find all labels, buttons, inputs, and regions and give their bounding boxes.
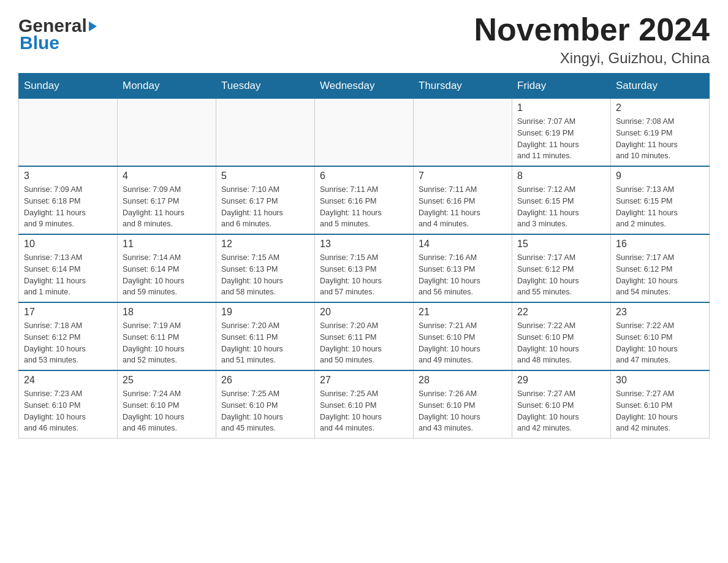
day-info: Sunrise: 7:17 AMSunset: 6:12 PMDaylight:… <box>517 252 605 298</box>
day-number: 20 <box>320 307 408 318</box>
day-info: Sunrise: 7:10 AMSunset: 6:17 PMDaylight:… <box>221 184 309 230</box>
day-number: 6 <box>320 170 408 182</box>
logo: General Blue <box>18 12 97 53</box>
table-row: 9Sunrise: 7:13 AMSunset: 6:15 PMDaylight… <box>611 166 710 234</box>
day-number: 7 <box>419 170 507 182</box>
table-row: 7Sunrise: 7:11 AMSunset: 6:16 PMDaylight… <box>414 166 512 234</box>
day-info: Sunrise: 7:24 AMSunset: 6:10 PMDaylight:… <box>123 388 211 434</box>
day-number: 14 <box>419 239 507 250</box>
table-row: 24Sunrise: 7:23 AMSunset: 6:10 PMDayligh… <box>19 370 118 439</box>
table-row <box>216 99 315 167</box>
day-number: 21 <box>419 307 507 318</box>
calendar-week-row: 10Sunrise: 7:13 AMSunset: 6:14 PMDayligh… <box>19 234 710 302</box>
calendar-table: Sunday Monday Tuesday Wednesday Thursday… <box>18 73 710 439</box>
day-info: Sunrise: 7:19 AMSunset: 6:11 PMDaylight:… <box>123 320 211 366</box>
header-thursday: Thursday <box>414 74 512 99</box>
table-row: 29Sunrise: 7:27 AMSunset: 6:10 PMDayligh… <box>512 370 611 439</box>
day-info: Sunrise: 7:11 AMSunset: 6:16 PMDaylight:… <box>320 184 408 230</box>
day-number: 11 <box>123 239 211 250</box>
day-info: Sunrise: 7:27 AMSunset: 6:10 PMDaylight:… <box>517 388 605 434</box>
day-info: Sunrise: 7:09 AMSunset: 6:17 PMDaylight:… <box>123 184 211 230</box>
table-row <box>414 99 512 167</box>
calendar-week-row: 17Sunrise: 7:18 AMSunset: 6:12 PMDayligh… <box>19 302 710 370</box>
table-row: 10Sunrise: 7:13 AMSunset: 6:14 PMDayligh… <box>19 234 118 302</box>
table-row: 16Sunrise: 7:17 AMSunset: 6:12 PMDayligh… <box>611 234 710 302</box>
day-info: Sunrise: 7:16 AMSunset: 6:13 PMDaylight:… <box>419 252 507 298</box>
table-row: 6Sunrise: 7:11 AMSunset: 6:16 PMDaylight… <box>315 166 414 234</box>
page-header: General Blue November 2024 Xingyi, Guizh… <box>18 12 710 67</box>
day-number: 27 <box>320 375 408 386</box>
table-row: 8Sunrise: 7:12 AMSunset: 6:15 PMDaylight… <box>512 166 611 234</box>
table-row: 30Sunrise: 7:27 AMSunset: 6:10 PMDayligh… <box>611 370 710 439</box>
day-number: 19 <box>221 307 309 318</box>
day-info: Sunrise: 7:11 AMSunset: 6:16 PMDaylight:… <box>419 184 507 230</box>
header-monday: Monday <box>118 74 216 99</box>
day-number: 29 <box>517 375 605 386</box>
table-row: 25Sunrise: 7:24 AMSunset: 6:10 PMDayligh… <box>118 370 216 439</box>
day-info: Sunrise: 7:18 AMSunset: 6:12 PMDaylight:… <box>24 320 112 366</box>
day-number: 12 <box>221 239 309 250</box>
day-info: Sunrise: 7:09 AMSunset: 6:18 PMDaylight:… <box>24 184 112 230</box>
day-number: 23 <box>616 307 704 318</box>
day-info: Sunrise: 7:12 AMSunset: 6:15 PMDaylight:… <box>517 184 605 230</box>
day-info: Sunrise: 7:14 AMSunset: 6:14 PMDaylight:… <box>123 252 211 298</box>
table-row: 26Sunrise: 7:25 AMSunset: 6:10 PMDayligh… <box>216 370 315 439</box>
day-number: 26 <box>221 375 309 386</box>
table-row: 22Sunrise: 7:22 AMSunset: 6:10 PMDayligh… <box>512 302 611 370</box>
table-row: 5Sunrise: 7:10 AMSunset: 6:17 PMDaylight… <box>216 166 315 234</box>
day-info: Sunrise: 7:25 AMSunset: 6:10 PMDaylight:… <box>221 388 309 434</box>
day-number: 17 <box>24 307 112 318</box>
calendar-week-row: 24Sunrise: 7:23 AMSunset: 6:10 PMDayligh… <box>19 370 710 439</box>
day-info: Sunrise: 7:27 AMSunset: 6:10 PMDaylight:… <box>616 388 704 434</box>
table-row <box>118 99 216 167</box>
day-number: 13 <box>320 239 408 250</box>
table-row <box>19 99 118 167</box>
day-number: 22 <box>517 307 605 318</box>
day-info: Sunrise: 7:22 AMSunset: 6:10 PMDaylight:… <box>517 320 605 366</box>
calendar-title: November 2024 <box>474 12 710 47</box>
table-row: 11Sunrise: 7:14 AMSunset: 6:14 PMDayligh… <box>118 234 216 302</box>
header-sunday: Sunday <box>19 74 118 99</box>
table-row: 17Sunrise: 7:18 AMSunset: 6:12 PMDayligh… <box>19 302 118 370</box>
day-info: Sunrise: 7:13 AMSunset: 6:14 PMDaylight:… <box>24 252 112 298</box>
table-row: 4Sunrise: 7:09 AMSunset: 6:17 PMDaylight… <box>118 166 216 234</box>
day-number: 25 <box>123 375 211 386</box>
day-info: Sunrise: 7:26 AMSunset: 6:10 PMDaylight:… <box>419 388 507 434</box>
day-number: 28 <box>419 375 507 386</box>
day-number: 3 <box>24 170 112 182</box>
table-row: 13Sunrise: 7:15 AMSunset: 6:13 PMDayligh… <box>315 234 414 302</box>
day-info: Sunrise: 7:15 AMSunset: 6:13 PMDaylight:… <box>320 252 408 298</box>
header-friday: Friday <box>512 74 611 99</box>
table-row: 21Sunrise: 7:21 AMSunset: 6:10 PMDayligh… <box>414 302 512 370</box>
table-row: 27Sunrise: 7:25 AMSunset: 6:10 PMDayligh… <box>315 370 414 439</box>
header-wednesday: Wednesday <box>315 74 414 99</box>
logo-triangle-icon <box>89 21 97 31</box>
day-number: 10 <box>24 239 112 250</box>
day-info: Sunrise: 7:20 AMSunset: 6:11 PMDaylight:… <box>320 320 408 366</box>
day-info: Sunrise: 7:07 AMSunset: 6:19 PMDaylight:… <box>517 116 605 162</box>
table-row: 19Sunrise: 7:20 AMSunset: 6:11 PMDayligh… <box>216 302 315 370</box>
table-row: 18Sunrise: 7:19 AMSunset: 6:11 PMDayligh… <box>118 302 216 370</box>
table-row: 14Sunrise: 7:16 AMSunset: 6:13 PMDayligh… <box>414 234 512 302</box>
day-info: Sunrise: 7:20 AMSunset: 6:11 PMDaylight:… <box>221 320 309 366</box>
day-info: Sunrise: 7:17 AMSunset: 6:12 PMDaylight:… <box>616 252 704 298</box>
title-block: November 2024 Xingyi, Guizhou, China <box>474 12 710 67</box>
day-number: 8 <box>517 170 605 182</box>
calendar-week-row: 1Sunrise: 7:07 AMSunset: 6:19 PMDaylight… <box>19 99 710 167</box>
day-info: Sunrise: 7:21 AMSunset: 6:10 PMDaylight:… <box>419 320 507 366</box>
day-number: 15 <box>517 239 605 250</box>
day-number: 9 <box>616 170 704 182</box>
table-row: 2Sunrise: 7:08 AMSunset: 6:19 PMDaylight… <box>611 99 710 167</box>
calendar-week-row: 3Sunrise: 7:09 AMSunset: 6:18 PMDaylight… <box>19 166 710 234</box>
table-row: 15Sunrise: 7:17 AMSunset: 6:12 PMDayligh… <box>512 234 611 302</box>
day-info: Sunrise: 7:25 AMSunset: 6:10 PMDaylight:… <box>320 388 408 434</box>
table-row: 1Sunrise: 7:07 AMSunset: 6:19 PMDaylight… <box>512 99 611 167</box>
day-number: 30 <box>616 375 704 386</box>
day-info: Sunrise: 7:13 AMSunset: 6:15 PMDaylight:… <box>616 184 704 230</box>
day-number: 1 <box>517 102 605 113</box>
calendar-header-row: Sunday Monday Tuesday Wednesday Thursday… <box>19 74 710 99</box>
table-row: 23Sunrise: 7:22 AMSunset: 6:10 PMDayligh… <box>611 302 710 370</box>
calendar-subtitle: Xingyi, Guizhou, China <box>474 50 710 67</box>
day-info: Sunrise: 7:22 AMSunset: 6:10 PMDaylight:… <box>616 320 704 366</box>
header-tuesday: Tuesday <box>216 74 315 99</box>
